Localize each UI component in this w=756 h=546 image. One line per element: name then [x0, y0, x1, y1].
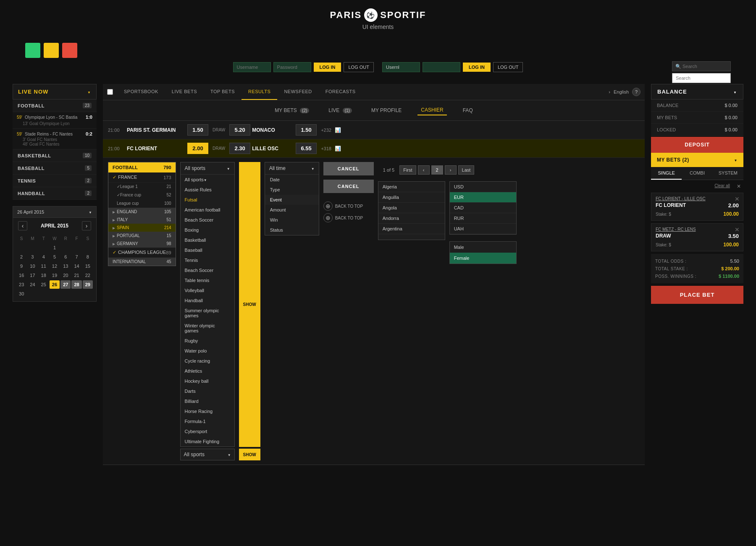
chart-icon-2[interactable]: 📊 [335, 146, 341, 152]
match-odd-home-2[interactable]: 2.00 [187, 143, 208, 154]
sport-athletics[interactable]: Athletics [181, 366, 234, 376]
date-filter-type[interactable]: Type [265, 185, 319, 195]
cancel-button-1[interactable]: CANCEL [323, 162, 374, 175]
password-input-1[interactable] [273, 62, 311, 72]
filter-leaguecup[interactable]: League cup 100 [108, 199, 176, 208]
date-filter-event[interactable]: Event [265, 195, 319, 205]
sport-item-handball[interactable]: HANDBALL 2 [13, 187, 97, 200]
sport-item-baseball[interactable]: BASEBALL 5 [13, 162, 97, 175]
sport-horse-racing[interactable]: Horse Racing [181, 406, 234, 416]
filter-france[interactable]: ✓FRANCE 173 [108, 172, 176, 183]
username-input-2[interactable] [382, 62, 420, 72]
country-andorra[interactable]: Andorra [378, 213, 445, 224]
cancel-button-2[interactable]: CANCEL [323, 180, 374, 193]
sport-all-sports-1[interactable]: All sports [181, 175, 234, 185]
filter-francecup[interactable]: ✓France cup 52 [108, 191, 176, 199]
sport-baseball[interactable]: Baseball [181, 245, 234, 255]
username-input-1[interactable] [233, 62, 271, 72]
country-anguilla[interactable]: Anguilla [378, 192, 445, 203]
gender-female[interactable]: Female [450, 253, 516, 264]
back-to-top-1[interactable]: ⊕ BACK TO TOP [323, 201, 374, 211]
subtab-cashier[interactable]: CASHIER [417, 105, 446, 115]
filter-germany[interactable]: GERMANY 98 [108, 240, 176, 248]
cal-day-26[interactable]: 26 [50, 280, 60, 289]
bet-tab-combi[interactable]: COMBI [682, 167, 712, 180]
bet-slip-1-close[interactable]: ✕ [735, 196, 740, 202]
match-odd-away-1[interactable]: 1.50 [296, 124, 317, 136]
sport-beach-soccer[interactable]: Beach Soccer [181, 215, 234, 225]
sport-hockey-ball[interactable]: Hockey ball [181, 376, 234, 386]
date-filter-status[interactable]: Status [265, 225, 319, 235]
filter-international[interactable]: INTERNATIONAL 45 [108, 258, 176, 266]
login-button-1[interactable]: LOG IN [314, 63, 341, 72]
sport-american-football[interactable]: American football [181, 205, 234, 215]
sport-rugby[interactable]: Rugby [181, 336, 234, 346]
sport-water-polo[interactable]: Water polo [181, 346, 234, 356]
bet-tab-single[interactable]: SINGLE [651, 167, 682, 180]
sport-cybersport[interactable]: Cybersport [181, 426, 234, 436]
sport-volleyball[interactable]: Volleyball [181, 285, 234, 295]
sport-cycle-racing[interactable]: Cycle racing [181, 356, 234, 366]
bet-slip-2-close[interactable]: ✕ [735, 226, 740, 233]
match-odd-draw-1[interactable]: 5.20 [229, 124, 250, 136]
sport-billiard[interactable]: Billiard [181, 396, 234, 406]
country-argentina[interactable]: Argentina [378, 224, 445, 234]
sports-dropdown-2[interactable]: All sports [180, 449, 235, 460]
sport-boxing[interactable]: Boxing [181, 225, 234, 235]
subtab-live[interactable]: LIVE (1) [325, 106, 355, 115]
date-filter-win[interactable]: Win [265, 215, 319, 225]
back-to-top-2[interactable]: ⊕ BACK TO TOP [323, 213, 374, 222]
nav-checkbox[interactable] [107, 89, 113, 95]
currency-eur[interactable]: EUR [450, 192, 516, 203]
subtab-faq[interactable]: FAQ [459, 106, 476, 115]
filter-spain[interactable]: SPAIN 214 [108, 224, 176, 232]
sport-summer-olympic[interactable]: Summer olympic games [181, 306, 234, 321]
deposit-button[interactable]: DEPOSIT [651, 137, 743, 153]
sport-table-tennis[interactable]: Table tennis [181, 275, 234, 285]
subtab-profile[interactable]: MY PROFILE [368, 106, 405, 115]
currency-rur[interactable]: RUR [450, 213, 516, 224]
tab-top-bets[interactable]: TOP BETS [204, 84, 242, 100]
help-button[interactable]: ? [632, 88, 640, 96]
login-button-2[interactable]: LOG IN [463, 63, 491, 72]
clear-all-btn[interactable]: Clear all [710, 180, 734, 193]
page-prev-btn[interactable]: ‹ [418, 165, 430, 175]
clear-all-x[interactable]: ✕ [734, 180, 743, 193]
page-current-btn[interactable]: 2 [431, 165, 443, 175]
sport-item-football[interactable]: FOOTBALL 23 [13, 99, 97, 112]
match-odd-home-1[interactable]: 1.50 [187, 124, 208, 136]
tab-results[interactable]: RESULTS [242, 84, 277, 100]
cal-day-29[interactable]: 29 [83, 280, 93, 289]
cal-day-1[interactable]: 1 [50, 243, 60, 252]
date-filter-header[interactable]: All time [265, 162, 319, 175]
filter-league1[interactable]: ✓League 1 21 [108, 183, 176, 191]
live-now-chevron[interactable] [87, 89, 91, 95]
match-odd-away-2[interactable]: 6.55 [296, 143, 317, 154]
date-filter-date[interactable]: Date [265, 175, 319, 185]
sport-item-tennis[interactable]: TENNIS 2 [13, 175, 97, 187]
page-last-btn[interactable]: Last [458, 165, 475, 175]
tab-sportsbook[interactable]: SPORTSBOOK [117, 84, 165, 100]
sport-winter-olympic[interactable]: Winter olympic games [181, 321, 234, 336]
date-filter-amount[interactable]: Amount [265, 205, 319, 215]
filter-portugal[interactable]: PORTUGAL 15 [108, 232, 176, 240]
page-first-btn[interactable]: First [399, 165, 416, 175]
cal-day-27[interactable]: 27 [60, 280, 71, 289]
filter-italy[interactable]: ITALY 51 [108, 216, 176, 224]
mybets-button[interactable]: MY BETS (2) [651, 153, 743, 167]
tab-live-bets[interactable]: LIVE BETS [165, 84, 204, 100]
lang-button[interactable]: English [614, 89, 629, 94]
password-input-2[interactable] [423, 62, 460, 72]
sport-darts[interactable]: Darts [181, 386, 234, 396]
sport-item-basketball[interactable]: BASKETBALL 10 [13, 149, 97, 162]
place-bet-button[interactable]: PLACE BET [651, 286, 743, 304]
cal-day-28[interactable]: 28 [71, 280, 81, 289]
sport-futsal[interactable]: Futsal [181, 195, 234, 205]
gender-male[interactable]: Male [450, 242, 516, 253]
sport-aussie-rules[interactable]: Aussie Rules [181, 185, 234, 195]
bet-tab-system[interactable]: SYSTEM [713, 167, 743, 180]
filter-champions[interactable]: ✓CHAMPIONS LEAGUE 89 [108, 248, 176, 258]
country-algeria[interactable]: Algeria [378, 182, 445, 192]
subtab-mybets[interactable]: MY BETS (2) [271, 106, 312, 115]
chart-icon-1[interactable]: 📊 [335, 127, 341, 133]
